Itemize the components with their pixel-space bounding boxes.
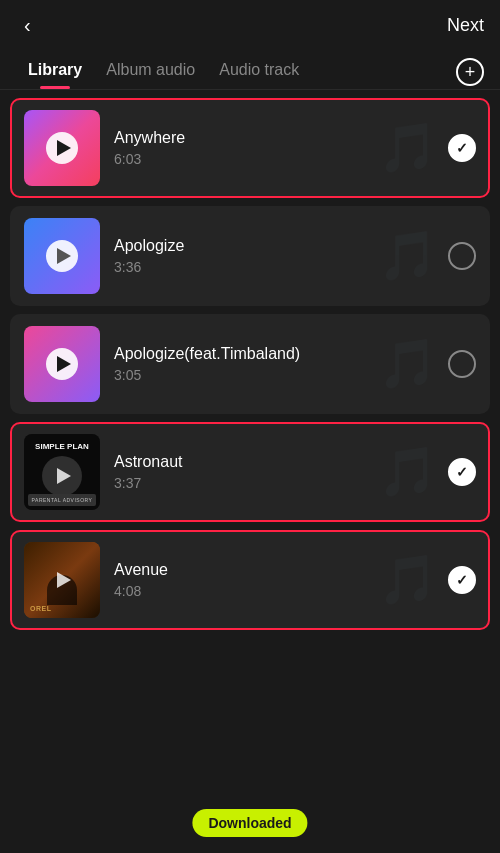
track-item[interactable]: Apologize(feat.Timbaland) 3:05 — [10, 314, 490, 414]
play-triangle — [57, 140, 71, 156]
track-thumbnail — [24, 110, 100, 186]
track-item[interactable]: Apologize 3:36 — [10, 206, 490, 306]
back-button[interactable]: ‹ — [16, 10, 39, 41]
track-thumbnail: SIMPLE PLAN PARENTAL ADVISORY — [24, 434, 100, 510]
tab-audio-track[interactable]: Audio track — [207, 55, 311, 89]
play-triangle — [57, 248, 71, 264]
play-icon — [46, 132, 78, 164]
track-title: Avenue — [114, 561, 438, 579]
track-duration: 4:08 — [114, 583, 438, 599]
next-button[interactable]: Next — [447, 15, 484, 36]
track-check[interactable] — [448, 242, 476, 270]
track-title: Apologize — [114, 237, 438, 255]
track-thumbnail — [24, 218, 100, 294]
track-check[interactable]: ✓ — [448, 566, 476, 594]
track-list: Anywhere 6:03 ✓ Apologize 3:36 Apologize… — [0, 90, 500, 638]
tabs-bar: Library Album audio Audio track + — [0, 51, 500, 90]
play-icon — [46, 348, 78, 380]
track-info: Astronaut 3:37 — [114, 453, 438, 491]
play-triangle — [57, 356, 71, 372]
tab-library[interactable]: Library — [16, 55, 94, 89]
track-check[interactable]: ✓ — [448, 134, 476, 162]
track-item[interactable]: OREL Avenue 4:08 ✓ — [10, 530, 490, 630]
track-thumbnail: OREL — [24, 542, 100, 618]
track-check[interactable] — [448, 350, 476, 378]
tab-album-audio[interactable]: Album audio — [94, 55, 207, 89]
track-title: Astronaut — [114, 453, 438, 471]
track-info: Apologize(feat.Timbaland) 3:05 — [114, 345, 438, 383]
check-icon: ✓ — [456, 140, 468, 156]
check-icon: ✓ — [456, 572, 468, 588]
track-info: Anywhere 6:03 — [114, 129, 438, 167]
check-icon: ✓ — [456, 464, 468, 480]
track-info: Avenue 4:08 — [114, 561, 438, 599]
track-item[interactable]: SIMPLE PLAN PARENTAL ADVISORY Astronaut … — [10, 422, 490, 522]
track-item[interactable]: Anywhere 6:03 ✓ — [10, 98, 490, 198]
downloaded-badge[interactable]: Downloaded — [192, 809, 307, 837]
track-title: Anywhere — [114, 129, 438, 147]
track-title: Apologize(feat.Timbaland) — [114, 345, 438, 363]
track-thumbnail — [24, 326, 100, 402]
track-duration: 6:03 — [114, 151, 438, 167]
track-duration: 3:37 — [114, 475, 438, 491]
track-info: Apologize 3:36 — [114, 237, 438, 275]
track-duration: 3:36 — [114, 259, 438, 275]
add-tab-button[interactable]: + — [456, 58, 484, 86]
play-icon — [46, 240, 78, 272]
track-check[interactable]: ✓ — [448, 458, 476, 486]
header: ‹ Next — [0, 0, 500, 51]
track-duration: 3:05 — [114, 367, 438, 383]
